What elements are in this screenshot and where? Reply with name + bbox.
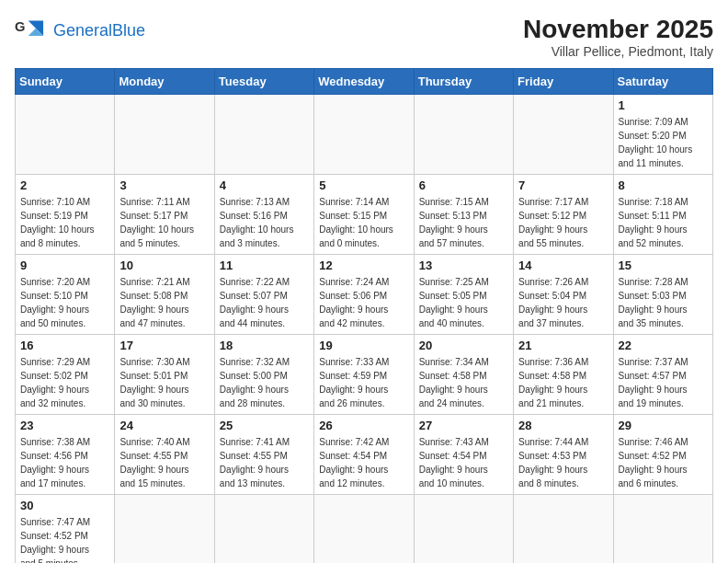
day-info: Sunrise: 7:14 AM Sunset: 5:15 PM Dayligh… [319,195,408,250]
day-number: 11 [220,259,309,272]
calendar-day-cell [314,495,414,564]
day-info: Sunrise: 7:25 AM Sunset: 5:05 PM Dayligh… [419,275,508,330]
logo-general: General [53,21,112,40]
day-info: Sunrise: 7:30 AM Sunset: 5:01 PM Dayligh… [119,355,209,410]
day-number: 12 [319,259,408,272]
calendar-day-cell: 8Sunrise: 7:18 AM Sunset: 5:11 PM Daylig… [613,175,712,255]
calendar-day-cell: 2Sunrise: 7:10 AM Sunset: 5:19 PM Daylig… [16,175,115,255]
calendar-day-cell [16,95,115,175]
calendar-day-cell [115,495,214,564]
day-info: Sunrise: 7:21 AM Sunset: 5:08 PM Dayligh… [119,275,209,330]
calendar-day-cell: 11Sunrise: 7:22 AM Sunset: 5:07 PM Dayli… [214,255,313,335]
calendar-day-cell [514,95,613,175]
calendar-day-cell [214,495,313,564]
calendar-week-row: 30Sunrise: 7:47 AM Sunset: 4:52 PM Dayli… [16,495,713,564]
calendar-day-cell: 21Sunrise: 7:36 AM Sunset: 4:58 PM Dayli… [514,335,613,415]
day-number: 5 [319,178,408,192]
calendar-day-cell: 19Sunrise: 7:33 AM Sunset: 4:59 PM Dayli… [314,335,414,415]
day-info: Sunrise: 7:37 AM Sunset: 4:57 PM Dayligh… [619,355,708,410]
weekday-header: Thursday [414,69,513,95]
day-info: Sunrise: 7:18 AM Sunset: 5:11 PM Dayligh… [619,195,708,250]
calendar-day-cell: 28Sunrise: 7:44 AM Sunset: 4:53 PM Dayli… [514,415,613,495]
day-number: 30 [20,499,109,512]
calendar-week-row: 9Sunrise: 7:20 AM Sunset: 5:10 PM Daylig… [16,255,713,335]
day-info: Sunrise: 7:41 AM Sunset: 4:55 PM Dayligh… [220,435,309,490]
day-info: Sunrise: 7:32 AM Sunset: 5:00 PM Dayligh… [220,355,309,410]
day-number: 8 [619,178,708,192]
day-info: Sunrise: 7:38 AM Sunset: 4:56 PM Dayligh… [20,435,109,490]
calendar-day-cell [314,95,414,175]
calendar-week-row: 1Sunrise: 7:09 AM Sunset: 5:20 PM Daylig… [16,95,713,175]
page-header: G GeneralBlue November 2025 Villar Pelli… [15,15,713,59]
day-number: 23 [20,419,109,432]
calendar-day-cell: 1Sunrise: 7:09 AM Sunset: 5:20 PM Daylig… [613,95,712,175]
day-info: Sunrise: 7:42 AM Sunset: 4:54 PM Dayligh… [319,435,408,490]
day-number: 18 [220,339,309,352]
day-info: Sunrise: 7:40 AM Sunset: 4:55 PM Dayligh… [119,435,209,490]
day-info: Sunrise: 7:34 AM Sunset: 4:58 PM Dayligh… [419,355,508,410]
calendar-day-cell [613,495,712,564]
day-info: Sunrise: 7:44 AM Sunset: 4:53 PM Dayligh… [518,435,608,490]
calendar-day-cell: 14Sunrise: 7:26 AM Sunset: 5:04 PM Dayli… [514,255,613,335]
calendar-week-row: 16Sunrise: 7:29 AM Sunset: 5:02 PM Dayli… [16,335,713,415]
weekday-header: Friday [514,69,613,95]
day-number: 28 [518,419,608,432]
day-number: 9 [20,259,109,272]
day-number: 7 [518,178,608,192]
calendar-day-cell: 9Sunrise: 7:20 AM Sunset: 5:10 PM Daylig… [16,255,115,335]
weekday-header: Monday [115,69,214,95]
calendar-day-cell: 29Sunrise: 7:46 AM Sunset: 4:52 PM Dayli… [613,415,712,495]
calendar-day-cell [414,95,513,175]
day-number: 3 [119,178,209,192]
svg-text:G: G [15,19,25,34]
calendar-day-cell [115,95,214,175]
day-info: Sunrise: 7:17 AM Sunset: 5:12 PM Dayligh… [518,195,608,250]
calendar-day-cell: 4Sunrise: 7:13 AM Sunset: 5:16 PM Daylig… [214,175,313,255]
calendar-day-cell: 7Sunrise: 7:17 AM Sunset: 5:12 PM Daylig… [514,175,613,255]
weekday-header: Sunday [16,69,115,95]
page-title: November 2025 [523,15,713,44]
logo-icon: G [15,15,48,48]
day-info: Sunrise: 7:43 AM Sunset: 4:54 PM Dayligh… [419,435,508,490]
weekday-header: Wednesday [314,69,414,95]
day-number: 19 [319,339,408,352]
day-info: Sunrise: 7:46 AM Sunset: 4:52 PM Dayligh… [619,435,708,490]
calendar-day-cell: 23Sunrise: 7:38 AM Sunset: 4:56 PM Dayli… [16,415,115,495]
logo-blue: Blue [112,21,145,40]
day-number: 20 [419,339,508,352]
calendar-day-cell: 30Sunrise: 7:47 AM Sunset: 4:52 PM Dayli… [16,495,115,564]
calendar-header-row: SundayMondayTuesdayWednesdayThursdayFrid… [16,69,713,95]
day-info: Sunrise: 7:47 AM Sunset: 4:52 PM Dayligh… [20,515,109,563]
calendar-day-cell: 26Sunrise: 7:42 AM Sunset: 4:54 PM Dayli… [314,415,414,495]
day-number: 6 [419,178,508,192]
day-number: 29 [619,419,708,432]
day-info: Sunrise: 7:29 AM Sunset: 5:02 PM Dayligh… [20,355,109,410]
day-number: 25 [220,419,309,432]
calendar-day-cell: 27Sunrise: 7:43 AM Sunset: 4:54 PM Dayli… [414,415,513,495]
calendar-day-cell: 22Sunrise: 7:37 AM Sunset: 4:57 PM Dayli… [613,335,712,415]
day-info: Sunrise: 7:11 AM Sunset: 5:17 PM Dayligh… [119,195,209,250]
day-number: 10 [119,259,209,272]
day-number: 24 [119,419,209,432]
day-info: Sunrise: 7:15 AM Sunset: 5:13 PM Dayligh… [419,195,508,250]
calendar-day-cell: 24Sunrise: 7:40 AM Sunset: 4:55 PM Dayli… [115,415,214,495]
calendar-day-cell: 3Sunrise: 7:11 AM Sunset: 5:17 PM Daylig… [115,175,214,255]
calendar-week-row: 23Sunrise: 7:38 AM Sunset: 4:56 PM Dayli… [16,415,713,495]
weekday-header: Saturday [613,69,712,95]
day-info: Sunrise: 7:26 AM Sunset: 5:04 PM Dayligh… [518,275,608,330]
calendar-day-cell: 16Sunrise: 7:29 AM Sunset: 5:02 PM Dayli… [16,335,115,415]
day-info: Sunrise: 7:10 AM Sunset: 5:19 PM Dayligh… [20,195,109,250]
logo: G GeneralBlue [15,15,145,48]
day-number: 1 [619,98,708,112]
calendar-day-cell: 17Sunrise: 7:30 AM Sunset: 5:01 PM Dayli… [115,335,214,415]
calendar-table: SundayMondayTuesdayWednesdayThursdayFrid… [15,68,713,563]
calendar-day-cell: 12Sunrise: 7:24 AM Sunset: 5:06 PM Dayli… [314,255,414,335]
day-number: 21 [518,339,608,352]
day-info: Sunrise: 7:09 AM Sunset: 5:20 PM Dayligh… [619,115,708,170]
calendar-day-cell: 25Sunrise: 7:41 AM Sunset: 4:55 PM Dayli… [214,415,313,495]
weekday-header: Tuesday [214,69,313,95]
day-number: 27 [419,419,508,432]
day-number: 22 [619,339,708,352]
day-info: Sunrise: 7:36 AM Sunset: 4:58 PM Dayligh… [518,355,608,410]
day-info: Sunrise: 7:20 AM Sunset: 5:10 PM Dayligh… [20,275,109,330]
